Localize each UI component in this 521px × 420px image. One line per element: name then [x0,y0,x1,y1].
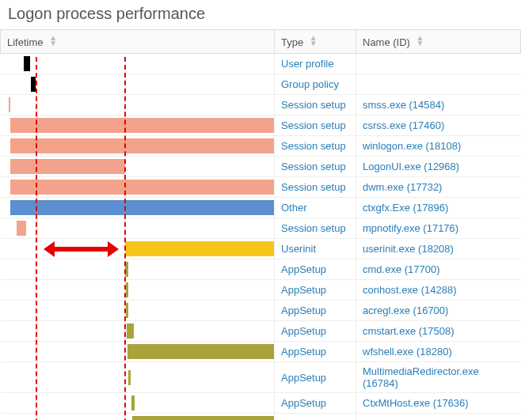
gantt-cell [1,198,275,218]
type-cell[interactable]: AppSetup [275,362,356,393]
type-cell[interactable]: AppSetup [275,321,356,342]
gantt-cell [1,259,275,280]
table-row: AppSetupcmd.exe (17700) [1,259,521,280]
name-cell[interactable] [356,54,521,74]
lifetime-bar [125,241,274,256]
col-name[interactable]: Name (ID) ▲▼ [356,30,521,54]
type-cell[interactable]: Session setup [275,115,356,136]
name-cell[interactable]: acregl.exe (16700) [356,301,521,321]
name-cell[interactable]: cmd.exe (17700) [356,259,521,280]
name-cell[interactable]: mpnotify.exe (17176) [356,218,521,239]
type-cell[interactable]: Session setup [275,177,356,198]
name-cell[interactable]: cmstart.exe (17508) [356,321,521,342]
lifetime-bar [10,200,274,215]
lifetime-bar [10,138,274,153]
type-cell[interactable]: Other [275,198,356,218]
sort-icon: ▲▼ [49,35,57,46]
type-cell[interactable]: AppSetup [275,414,356,421]
type-cell[interactable]: Session setup [275,157,356,177]
type-cell[interactable]: AppSetup [275,280,356,301]
name-cell[interactable]: wfshell.exe (18280) [356,342,521,362]
col-name-label: Name (ID) [363,36,410,48]
name-cell[interactable]: dwm.exe (17732) [356,177,521,198]
type-cell[interactable]: Session setup [275,218,356,239]
gantt-cell [1,54,275,74]
lifetime-bar [128,370,131,385]
type-cell[interactable]: Userinit [275,239,356,259]
gantt-cell [1,342,275,362]
table-row: Session setupLogonUI.exe (12968) [1,157,521,177]
col-lifetime-label: Lifetime [7,36,44,48]
gantt-cell [1,115,275,136]
lifetime-bar [132,416,274,420]
table-row: Group policy [1,74,521,95]
table-row: User profile [1,54,521,74]
type-cell[interactable]: Session setup [275,95,356,115]
name-cell[interactable] [356,74,521,95]
type-cell[interactable]: AppSetup [275,301,356,321]
type-cell[interactable]: AppSetup [275,342,356,362]
gantt-cell [1,157,275,177]
table-row: Session setupsmss.exe (14584) [1,95,521,115]
sort-icon: ▲▼ [310,35,318,46]
name-cell[interactable]: LogonUI.exe (12968) [356,157,521,177]
name-cell[interactable]: conhost.exe (14288) [356,280,521,301]
gantt-cell [1,362,275,393]
lifetime-bar [17,221,26,236]
table-wrap: Lifetime ▲▼ Type ▲▼ Name (ID) ▲▼ User pr… [0,29,521,420]
lifetime-bar [127,324,134,339]
lifetime-bar [10,159,125,174]
gantt-cell [1,280,275,301]
gantt-cell [1,74,275,95]
name-cell[interactable]: CtxMtHost.exe (18188) [356,414,521,421]
lifetime-bar [31,77,36,92]
table-row: Userinituserinit.exe (18208) [1,239,521,259]
lifetime-bar [131,395,134,411]
name-cell[interactable]: CtxMtHost.exe (17636) [356,393,521,414]
table-row: AppSetupconhost.exe (14288) [1,280,521,301]
gantt-cell [1,321,275,342]
sort-icon: ▲▼ [416,35,424,46]
page-title: Logon process performance [0,0,521,29]
table-row: Session setupcsrss.exe (17460) [1,115,521,136]
lifetime-bar [24,56,30,71]
col-type[interactable]: Type ▲▼ [275,30,356,54]
lifetime-bar [10,118,274,133]
type-cell[interactable]: AppSetup [275,259,356,280]
type-cell[interactable]: AppSetup [275,393,356,414]
type-cell[interactable]: Group policy [275,74,356,95]
lifetime-bar [125,262,128,277]
lifetime-bar [9,97,10,112]
table-row: Otherctxgfx.Exe (17896) [1,198,521,218]
table-row: Session setupmpnotify.exe (17176) [1,218,521,239]
lifetime-bar [127,344,274,359]
col-lifetime[interactable]: Lifetime ▲▼ [1,30,275,54]
lifetime-bar [126,282,128,297]
gantt-cell [1,177,275,198]
gap-arrow [47,247,115,252]
lifetime-bar [126,303,128,318]
name-cell[interactable]: smss.exe (14584) [356,95,521,115]
gantt-cell [1,239,275,259]
name-cell[interactable]: winlogon.exe (18108) [356,136,521,157]
gantt-cell [1,136,275,157]
col-type-label: Type [281,36,303,48]
table-row: AppSetupMultimediaRedirector.exe (16784) [1,362,521,393]
name-cell[interactable]: userinit.exe (18208) [356,239,521,259]
table-row: AppSetupCtxMtHost.exe (17636) [1,393,521,414]
gantt-cell [1,414,275,421]
table-row: AppSetupacregl.exe (16700) [1,301,521,321]
table-row: AppSetupwfshell.exe (18280) [1,342,521,362]
lifetime-bar [10,180,274,195]
name-cell[interactable]: ctxgfx.Exe (17896) [356,198,521,218]
gantt-cell [1,301,275,321]
type-cell[interactable]: User profile [275,54,356,74]
type-cell[interactable]: Session setup [275,136,356,157]
gantt-cell [1,393,275,414]
table-row: Session setupdwm.exe (17732) [1,177,521,198]
gantt-cell [1,95,275,115]
name-cell[interactable]: MultimediaRedirector.exe (16784) [356,362,521,393]
table-row: AppSetupCtxMtHost.exe (18188) [1,414,521,421]
name-cell[interactable]: csrss.exe (17460) [356,115,521,136]
table-row: AppSetupcmstart.exe (17508) [1,321,521,342]
